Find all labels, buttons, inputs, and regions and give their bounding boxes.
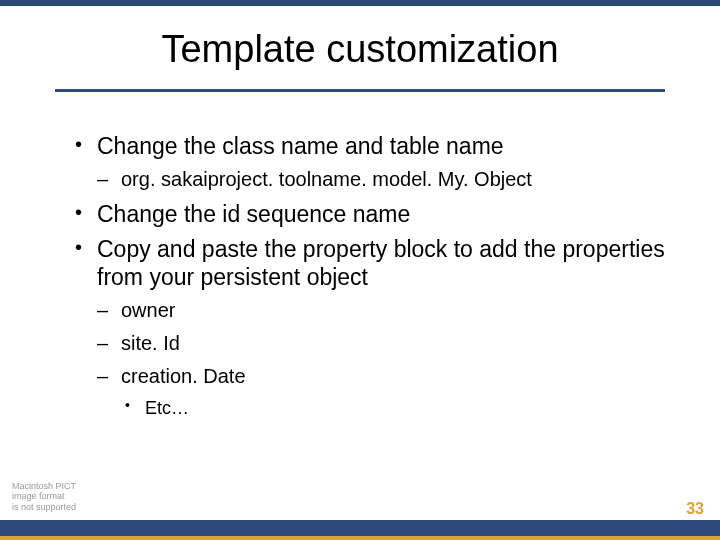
bullet-level1: Copy and paste the property block to add… [75, 235, 665, 293]
bullet-text: org. sakaiproject. toolname. model. My. … [121, 168, 532, 190]
slide-content: Change the class name and table name org… [0, 92, 720, 420]
bullet-text: owner [121, 299, 175, 321]
bullet-level2: site. Id [97, 331, 665, 356]
image-placeholder: Macintosh PICT image format is not suppo… [12, 481, 76, 512]
bullet-text: Etc… [145, 398, 189, 418]
bottom-gold-bar [0, 536, 720, 540]
bullet-level1: Change the id sequence name [75, 200, 665, 229]
placeholder-line: Macintosh PICT [12, 481, 76, 491]
bullet-text: creation. Date [121, 365, 246, 387]
placeholder-line: image format [12, 491, 76, 501]
bullet-text: Copy and paste the property block to add… [97, 236, 665, 291]
bullet-level2: creation. Date [97, 364, 665, 389]
page-number: 33 [686, 500, 704, 518]
slide-title: Template customization [0, 0, 720, 81]
top-accent-bar [0, 0, 720, 6]
bullet-text: Change the class name and table name [97, 133, 504, 159]
bullet-text: Change the id sequence name [97, 201, 410, 227]
bullet-level2: org. sakaiproject. toolname. model. My. … [97, 167, 665, 192]
bullet-text: site. Id [121, 332, 180, 354]
placeholder-line: is not supported [12, 502, 76, 512]
bullet-level2: owner [97, 298, 665, 323]
slide: Template customization Change the class … [0, 0, 720, 540]
bottom-accent-bar [0, 520, 720, 536]
bullet-level3: Etc… [125, 397, 665, 420]
bullet-level1: Change the class name and table name [75, 132, 665, 161]
